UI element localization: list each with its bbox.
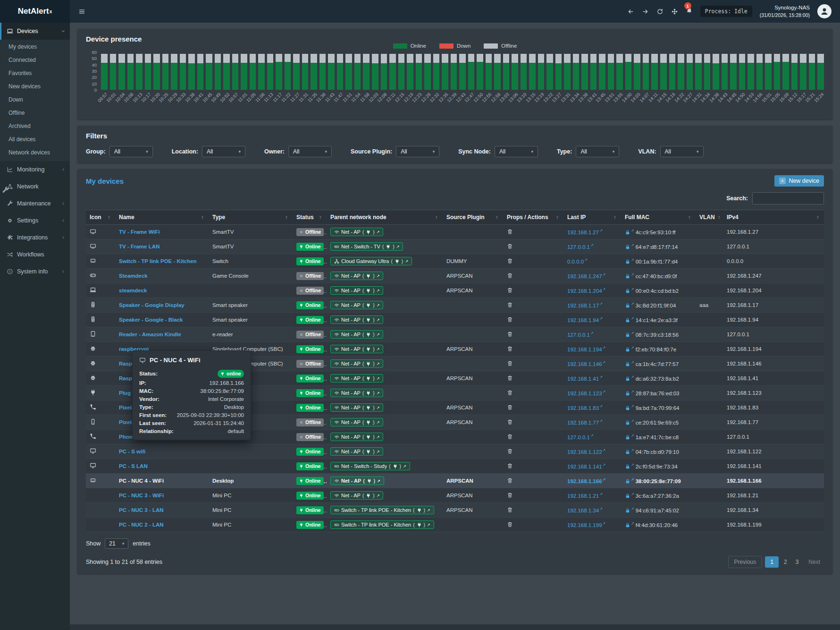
sidebar-item-network-devices[interactable]: Network devices — [0, 146, 70, 159]
device-name-link[interactable]: TV - Frame WiFi — [119, 229, 160, 235]
sidebar-item-workflows[interactable]: Workflows — [0, 246, 70, 263]
sidebar-item-offline[interactable]: Offline — [0, 106, 70, 119]
column-header-source-plugin[interactable]: Source Plugin — [443, 210, 503, 225]
parent-node-button[interactable]: Switch - TP link POE - Kitchen()↗ — [330, 506, 434, 514]
pagination-page-1[interactable]: 1 — [765, 556, 779, 568]
lock-icon[interactable] — [625, 288, 630, 294]
sidebar-item-network[interactable]: Network — [0, 178, 70, 195]
table-row[interactable]: TV - Frame WiFi SmartTV Offline Net - AP… — [86, 225, 824, 239]
parent-node-button[interactable]: Net - AP()↗ — [330, 491, 383, 500]
delete-device-button[interactable] — [507, 521, 513, 528]
sidebar-item-archived[interactable]: Archived — [0, 119, 70, 133]
column-header-type[interactable]: Type — [209, 210, 293, 225]
device-name-link[interactable]: Reader - Amazon Kindle — [119, 332, 181, 337]
pagination-next[interactable]: Next — [805, 556, 824, 568]
table-row[interactable]: PC - S wifi Online Net - AP()↗ 192.168.1… — [86, 444, 824, 459]
table-row[interactable]: Switch - TP link POE - Kitchen Switch On… — [86, 254, 824, 269]
delete-device-button[interactable] — [507, 316, 513, 323]
lock-icon[interactable] — [625, 332, 630, 338]
parent-node-button[interactable]: Cloud Gateway Ultra()↗ — [330, 257, 412, 265]
lock-icon[interactable] — [625, 420, 630, 426]
fullscreen-icon[interactable] — [671, 8, 678, 15]
table-row[interactable]: steamdeck Offline Net - AP()↗ ARPSCAN 19… — [86, 283, 824, 298]
pagination-page-3[interactable]: 3 — [792, 556, 802, 568]
refresh-icon[interactable] — [656, 8, 664, 15]
lock-icon[interactable] — [625, 376, 630, 382]
sidebar-item-connected[interactable]: Connected — [0, 53, 70, 67]
device-name-link[interactable]: PC - NUC 3 - WiFi — [119, 493, 164, 498]
search-input[interactable] — [752, 192, 824, 204]
device-name-link[interactable]: PC - NUC 4 - WiFi — [119, 478, 164, 484]
lock-icon[interactable] — [625, 508, 630, 513]
lock-icon[interactable] — [625, 230, 630, 235]
delete-device-button[interactable] — [507, 287, 513, 293]
delete-device-button[interactable] — [507, 463, 513, 469]
pagination-previous[interactable]: Previous — [728, 556, 763, 568]
table-row[interactable]: TV - Frame LAN SmartTV Online Net - Swit… — [86, 239, 824, 254]
sidebar-item-down[interactable]: Down — [0, 93, 70, 106]
device-name-link[interactable]: PC - NUC 2 - LAN — [119, 522, 164, 528]
last-ip-link[interactable]: 192.168.1.204 — [567, 288, 602, 294]
delete-device-button[interactable] — [507, 492, 513, 498]
delete-device-button[interactable] — [507, 243, 513, 249]
column-header-full-mac[interactable]: Full MAC — [621, 210, 696, 225]
delete-device-button[interactable] — [507, 360, 513, 366]
parent-node-button[interactable]: Net - Switch - Study()↗ — [330, 462, 410, 470]
delete-device-button[interactable] — [507, 434, 513, 440]
parent-node-button[interactable]: Net - AP()↗ — [330, 389, 383, 397]
column-header-vlan[interactable]: VLAN — [696, 210, 723, 225]
lock-icon[interactable] — [625, 434, 630, 440]
parent-node-button[interactable]: Net - AP()↗ — [330, 403, 383, 412]
column-header-name[interactable]: Name — [115, 210, 209, 225]
user-avatar[interactable] — [817, 4, 832, 18]
device-name-link[interactable]: PC - S LAN — [119, 463, 148, 469]
parent-node-button[interactable]: Net - AP()↗ — [330, 272, 383, 280]
table-row[interactable]: PC - NUC 4 - WiFi Desktop Online Net - A… — [86, 474, 824, 488]
table-row[interactable]: Reader - Amazon Kindle e-reader Offline … — [86, 327, 824, 342]
device-name-link[interactable]: Speaker - Google Display — [119, 302, 185, 308]
lock-icon[interactable] — [625, 259, 630, 264]
last-ip-link[interactable]: 192.168.1.247 — [567, 273, 602, 279]
filter-select-source-plugin[interactable]: All ▾ — [396, 146, 439, 157]
parent-node-button[interactable]: Net - AP()↗ — [330, 301, 383, 309]
sidebar-item-integrations[interactable]: Integrations — [0, 229, 70, 246]
column-header-parent-network-node[interactable]: Parent network node — [327, 210, 443, 225]
last-ip-link[interactable]: 192.168.1.34 — [567, 508, 599, 513]
parent-node-button[interactable]: Net - AP()↗ — [330, 228, 383, 236]
column-header-props-actions[interactable]: Props / Actions — [503, 210, 563, 225]
sidebar-item-all-devices[interactable]: All devices — [0, 133, 70, 146]
device-name-link[interactable]: Steamdeck — [119, 273, 148, 279]
table-row[interactable]: PC - S LAN Online Net - Switch - Study()… — [86, 459, 824, 474]
lock-icon[interactable] — [625, 347, 630, 352]
table-row[interactable]: PC - NUC 3 - LAN Mini PC Online Switch -… — [86, 503, 824, 518]
pagination-page-2[interactable]: 2 — [781, 556, 790, 568]
lock-icon[interactable] — [625, 317, 630, 323]
lock-icon[interactable] — [625, 244, 630, 250]
column-header-icon[interactable]: Icon — [86, 210, 115, 225]
table-row[interactable]: Steamdeck Game Console Offline Net - AP(… — [86, 269, 824, 283]
sidebar-item-favorites[interactable]: Favorites — [0, 67, 70, 80]
delete-device-button[interactable] — [507, 258, 513, 264]
table-row[interactable]: Speaker - Google Display Smart speaker O… — [86, 298, 824, 313]
lock-icon[interactable] — [625, 273, 630, 279]
last-ip-link[interactable]: 192.168.1.77 — [567, 420, 599, 426]
sidebar-item-my-devices[interactable]: My devices — [0, 40, 70, 53]
column-header-last-ip[interactable]: Last IP — [563, 210, 621, 225]
delete-device-button[interactable] — [507, 375, 513, 381]
delete-device-button[interactable] — [507, 331, 513, 337]
last-ip-link[interactable]: 192.168.1.199 — [567, 522, 602, 528]
last-ip-link[interactable]: 192.168.1.17 — [567, 303, 599, 308]
delete-device-button[interactable] — [507, 302, 513, 308]
lock-icon[interactable] — [625, 449, 630, 455]
sidebar-item-settings[interactable]: Settings — [0, 212, 70, 229]
sidebar-item-devices[interactable]: Devices — [0, 23, 70, 40]
filter-select-location[interactable]: All ▾ — [202, 146, 245, 157]
sidebar-item-maintenance[interactable]: Maintenance — [0, 195, 70, 212]
parent-node-button[interactable]: Net - AP()↗ — [330, 447, 383, 456]
lock-icon[interactable] — [625, 493, 630, 499]
last-ip-link[interactable]: 127.0.0.1 — [567, 332, 590, 338]
lock-icon[interactable] — [625, 391, 630, 396]
table-row[interactable]: PC - NUC 3 - WiFi Mini PC Online Net - A… — [86, 488, 824, 503]
filter-select-sync-node[interactable]: All ▾ — [495, 146, 538, 157]
table-row[interactable]: PC - NUC 2 - LAN Mini PC Online Switch -… — [86, 518, 824, 532]
